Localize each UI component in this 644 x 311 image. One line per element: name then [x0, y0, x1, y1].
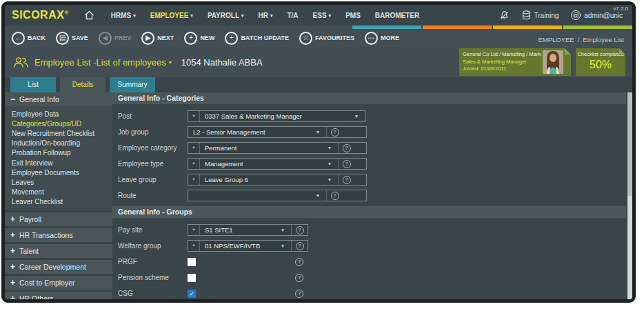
- ellipsis-icon: •••: [365, 32, 378, 45]
- nav-item-label: BAROMETER: [375, 12, 419, 19]
- new-button[interactable]: +NEW: [184, 32, 214, 45]
- sidebar-item-employee-data[interactable]: Employee Data: [5, 109, 112, 119]
- help-icon[interactable]: ?: [295, 290, 303, 298]
- environment-menu[interactable]: Training: [522, 10, 559, 20]
- help-icon[interactable]: ?: [295, 274, 303, 282]
- help-icon[interactable]: ?: [331, 192, 339, 200]
- nav-item-ess[interactable]: ESS▾: [313, 12, 332, 19]
- nav-item-hr[interactable]: HR▾: [259, 12, 273, 19]
- field-label: Pay site: [118, 226, 188, 234]
- leave-group-select[interactable]: *Leave Group 6▼?: [188, 174, 367, 185]
- scrollbar-thumb[interactable]: [627, 92, 632, 196]
- batch-update-button[interactable]: +BATCH UPDATE: [225, 32, 289, 45]
- tab-list[interactable]: List: [10, 77, 56, 92]
- pay-site-select[interactable]: *S1 SITE1▼?: [188, 224, 308, 236]
- sidebar-item-movement[interactable]: Movement: [5, 188, 112, 197]
- post-select[interactable]: *0337 Sales & Marketing Manager▼: [188, 110, 365, 122]
- save-button[interactable]: ▤SAVE: [56, 32, 88, 45]
- help-icon[interactable]: ?: [296, 226, 304, 234]
- route-select[interactable]: ▼?: [188, 190, 367, 201]
- form-panel: General Info - CategoriesPost*0337 Sales…: [112, 92, 632, 299]
- back-button[interactable]: ←BACK: [12, 32, 46, 45]
- sidebar-item-new-recruitment-checklist[interactable]: New Recruitment Checklist: [5, 128, 112, 138]
- sidebar-item-induction-on-boarding[interactable]: Induction/On-boarding: [5, 139, 112, 148]
- sidebar-section-label: Cost to Employer: [19, 279, 75, 287]
- help-icon[interactable]: ?: [343, 160, 351, 168]
- next-button[interactable]: ▶NEXT: [141, 32, 174, 45]
- field-row-job-group: Job groupL2 - Senior Management▼?: [118, 124, 626, 140]
- sidebar-item-employee-documents[interactable]: Employee Documents: [5, 168, 112, 177]
- welfare-group-select[interactable]: *01 NPS/EWF/IVTB▼?: [188, 240, 308, 252]
- help-icon[interactable]: ?: [296, 242, 304, 250]
- field-label: Employee type: [118, 160, 188, 168]
- vertical-scrollbar[interactable]: [627, 92, 632, 299]
- help-icon[interactable]: ?: [343, 176, 351, 184]
- breadcrumb-separator: /: [578, 36, 580, 43]
- help-cell: ?: [326, 127, 343, 137]
- pension-scheme-checkbox[interactable]: [188, 274, 196, 282]
- nav-item-ta[interactable]: T/A: [287, 12, 298, 19]
- nav-item-hrms[interactable]: HRMS▾: [111, 12, 136, 19]
- breadcrumb-page[interactable]: Employee List: [583, 36, 624, 43]
- nav-item-employee[interactable]: EMPLOYEE▾: [150, 12, 193, 19]
- csg-checkbox[interactable]: ✓: [188, 290, 196, 298]
- checklist-label: Checklist completed: [576, 51, 625, 57]
- chevron-down-icon: ▾: [241, 13, 244, 19]
- field-row-employee-type: Employee type*Management▼?: [118, 156, 626, 172]
- required-asterisk: *: [188, 111, 200, 121]
- notifications-muted-icon[interactable]: [499, 10, 510, 21]
- sidebar-item-leaves[interactable]: Leaves: [5, 177, 112, 187]
- dropdown-arrow-icon: ▼: [310, 127, 326, 137]
- topbar-utilities: Training @ admin@unic: [499, 10, 626, 21]
- sidebar-section-payroll[interactable]: +Payroll: [5, 212, 112, 226]
- help-icon[interactable]: ?: [343, 144, 351, 152]
- breadcrumb-section[interactable]: EMPLOYEE: [538, 36, 574, 43]
- nav-item-barometer[interactable]: BAROMETER: [375, 12, 419, 19]
- section-rows: Pay site*S1 SITE1▼?Welfare group*01 NPS/…: [112, 218, 626, 299]
- more-button[interactable]: •••MORE: [365, 32, 399, 45]
- dropdown-arrow-icon: ▼: [310, 190, 326, 201]
- sidebar-section-general-info[interactable]: −General Info: [5, 92, 112, 106]
- tab-details[interactable]: Details: [60, 77, 105, 92]
- job-group-select[interactable]: L2 - Senior Management▼?: [188, 126, 367, 138]
- user-icon: @: [571, 10, 581, 20]
- employee-info-card: General Co Ltd / Marketing / Marketing S…: [459, 48, 571, 76]
- sidebar-section-hr-others[interactable]: +HR Others: [5, 292, 112, 299]
- title-dropdown-caret[interactable]: ▾: [169, 59, 172, 66]
- page-title: Employee List -List of employees: [34, 57, 166, 68]
- checklist-card: Checklist completed 50%: [576, 48, 625, 76]
- employee-name: 1054 Nathalie ABBA: [181, 57, 263, 68]
- sidebar-section-talent[interactable]: +Talent: [5, 244, 112, 258]
- nav-item-payroll[interactable]: PAYROLL▾: [208, 12, 244, 19]
- plus-icon: +: [184, 32, 197, 45]
- nav-item-label: HRMS: [111, 12, 131, 19]
- home-icon[interactable]: [84, 10, 94, 20]
- employee-photo: [543, 50, 563, 74]
- tab-summary[interactable]: Summary: [110, 77, 155, 92]
- user-menu[interactable]: @ admin@unic: [571, 10, 623, 20]
- sidebar-section-hr-transactions[interactable]: +HR Transactions: [5, 228, 112, 242]
- help-cell: ?: [326, 190, 343, 201]
- help-icon[interactable]: ?: [295, 258, 303, 266]
- dropdown-arrow-icon: ▼: [321, 174, 338, 185]
- select-value: Permanent: [200, 143, 321, 153]
- expand-icon: +: [10, 246, 15, 256]
- employee-category-select[interactable]: *Permanent▼?: [188, 142, 367, 154]
- sidebar-item-exit-interview[interactable]: Exit Interview: [5, 158, 112, 168]
- prev-button: ◀PREV: [99, 32, 132, 45]
- sidebar-section-cost-to-employer[interactable]: +Cost to Employer: [5, 276, 112, 290]
- nav-item-pms[interactable]: PMS: [345, 12, 361, 19]
- favourites-button[interactable]: ☆FAVOURITES: [299, 32, 354, 45]
- help-icon[interactable]: ?: [331, 128, 339, 137]
- sidebar-section-career-development[interactable]: +Career Development: [5, 260, 112, 274]
- sidebar-item-categories-groups-ud[interactable]: Categories/Groups/UD: [5, 119, 112, 128]
- prgf-checkbox[interactable]: [188, 258, 196, 266]
- sidebar-item-leaver-checklist[interactable]: Leaver Checklist: [5, 197, 112, 207]
- employee-type-select[interactable]: *Management▼?: [188, 158, 367, 170]
- required-asterisk: *: [188, 143, 200, 153]
- sidebar: −General InfoEmployee DataCategories/Gro…: [5, 92, 112, 299]
- sidebar-item-probation-followup[interactable]: Probation Followup: [5, 148, 112, 158]
- sidebar-section-label: HR Others: [19, 294, 54, 299]
- select-value: Management: [200, 159, 321, 169]
- chevron-down-icon: ▾: [329, 13, 332, 19]
